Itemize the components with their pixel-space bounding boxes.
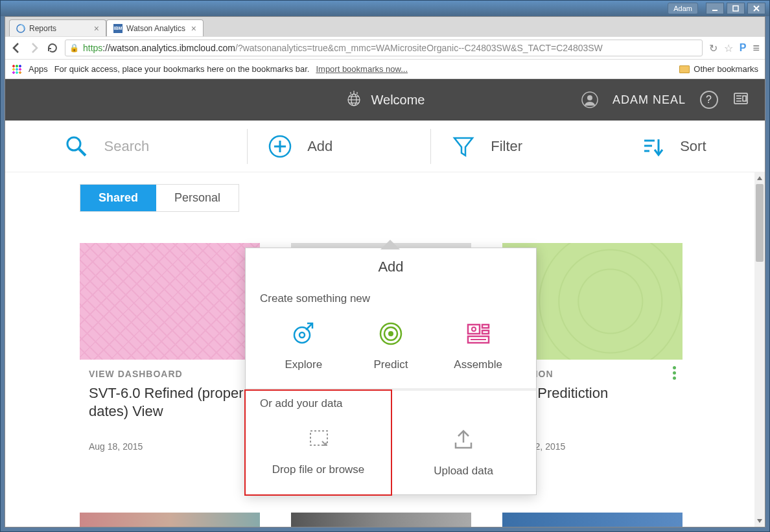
browser-tabstrip: Reports × IBM Watson Analytics × bbox=[5, 17, 765, 36]
import-bookmarks-link[interactable]: Import bookmarks now... bbox=[316, 64, 408, 74]
favicon-ibm: IBM bbox=[113, 24, 122, 33]
popup-section1-title: Create something new bbox=[260, 292, 522, 305]
window-titlebar[interactable]: Adam bbox=[1, 1, 769, 16]
add-action[interactable]: Add bbox=[247, 129, 352, 164]
scroll-down-icon[interactable] bbox=[757, 519, 762, 524]
welcome-text: Welcome bbox=[371, 93, 425, 108]
sort-label: Sort bbox=[680, 138, 706, 155]
url-path: /?watsonanalytics=true&cm_mmc=WAMicrosit… bbox=[235, 43, 603, 53]
predict-option[interactable]: Predict bbox=[352, 319, 430, 371]
svg-point-30 bbox=[299, 332, 305, 338]
browser-menu-icon[interactable]: ≡ bbox=[752, 41, 760, 55]
add-popup: Add Create something new Explore bbox=[245, 248, 537, 495]
os-window: Adam Reports × IBM Watson Analytics × 🔒 bbox=[0, 0, 770, 532]
upload-data-section[interactable]: Upload data bbox=[391, 391, 536, 494]
help-button[interactable]: ? bbox=[700, 91, 718, 109]
lock-icon: 🔒 bbox=[69, 43, 79, 52]
svg-point-20 bbox=[67, 137, 80, 150]
filter-icon bbox=[450, 133, 476, 159]
nav-reload-button[interactable] bbox=[47, 42, 58, 54]
window-close-button[interactable] bbox=[747, 3, 765, 14]
filter-label: Filter bbox=[491, 138, 522, 155]
vertical-scrollbar[interactable] bbox=[754, 172, 765, 527]
apps-grid-icon[interactable] bbox=[12, 64, 22, 75]
window-maximize-button[interactable] bbox=[727, 3, 745, 14]
browser-frame: Reports × IBM Watson Analytics × 🔒 https… bbox=[5, 16, 765, 527]
popup-section2-title: Or add your data bbox=[260, 397, 377, 410]
predict-label: Predict bbox=[374, 358, 408, 371]
plus-circle-icon bbox=[267, 133, 293, 159]
popup-title: Add bbox=[246, 248, 536, 286]
svg-rect-37 bbox=[482, 325, 489, 328]
nav-back-button[interactable] bbox=[10, 42, 22, 54]
browser-navbar: 🔒 https://watson.analytics.ibmcloud.com/… bbox=[5, 36, 765, 60]
explore-icon bbox=[289, 319, 318, 348]
reload-stop-icon[interactable]: ↻ bbox=[709, 42, 718, 54]
os-user-pill[interactable]: Adam bbox=[668, 3, 698, 14]
user-avatar-icon[interactable] bbox=[581, 91, 598, 108]
explore-label: Explore bbox=[285, 358, 323, 371]
scroll-thumb[interactable] bbox=[756, 184, 764, 262]
card-kicker: VIEW DASHBOARD bbox=[89, 369, 251, 379]
other-bookmarks-label: Other bookmarks bbox=[694, 64, 758, 74]
upload-label: Upload data bbox=[434, 465, 493, 478]
bookmark-star-icon[interactable]: ☆ bbox=[724, 42, 733, 54]
assemble-icon bbox=[464, 319, 493, 348]
popup-arrow bbox=[381, 240, 399, 249]
search-action[interactable]: Search bbox=[44, 133, 169, 159]
tab-label: Watson Analytics bbox=[126, 24, 187, 33]
url-input[interactable]: 🔒 https://watson.analytics.ibmcloud.com/… bbox=[65, 40, 703, 56]
tab-close-icon[interactable]: × bbox=[94, 23, 99, 34]
header-username[interactable]: ADAM NEAL bbox=[612, 93, 686, 107]
assemble-option[interactable]: Assemble bbox=[439, 319, 517, 371]
svg-rect-38 bbox=[482, 330, 489, 334]
tab-shared[interactable]: Shared bbox=[80, 185, 156, 211]
upload-icon bbox=[449, 426, 478, 454]
next-row-peek bbox=[80, 513, 682, 527]
card-item[interactable]: VIEW DASHBOARD SVT-6.0 Refined (proper d… bbox=[80, 243, 260, 457]
favicon-reports bbox=[16, 24, 25, 33]
extension-button[interactable]: P bbox=[740, 42, 747, 54]
window-minimize-button[interactable] bbox=[706, 3, 724, 14]
predict-icon bbox=[377, 319, 405, 348]
sort-icon bbox=[640, 133, 666, 159]
filter-action[interactable]: Filter bbox=[430, 129, 542, 164]
card-title: SVT-6.0 Refined (proper dates) View bbox=[89, 384, 251, 422]
svg-point-34 bbox=[388, 331, 393, 336]
tab-close-icon[interactable]: × bbox=[191, 23, 196, 34]
content-tabs: Shared Personal bbox=[80, 184, 239, 212]
drop-file-icon bbox=[304, 424, 332, 453]
add-label: Add bbox=[307, 138, 332, 155]
url-protocol: https bbox=[83, 43, 102, 53]
explore-option[interactable]: Explore bbox=[264, 319, 342, 371]
svg-point-14 bbox=[587, 95, 592, 100]
url-host: ://watson.analytics.ibmcloud.com bbox=[102, 43, 235, 53]
assemble-label: Assemble bbox=[454, 358, 502, 371]
svg-point-36 bbox=[472, 327, 476, 331]
other-bookmarks-button[interactable]: Other bookmarks bbox=[679, 64, 758, 74]
bookmarks-bar: Apps For quick access, place your bookma… bbox=[5, 60, 765, 79]
browser-tab-watson[interactable]: IBM Watson Analytics × bbox=[106, 19, 204, 36]
globe-icon bbox=[345, 90, 362, 110]
sort-action[interactable]: Sort bbox=[620, 133, 725, 159]
tab-personal[interactable]: Personal bbox=[156, 185, 239, 211]
app-viewport: Welcome ADAM NEAL ? bbox=[5, 79, 765, 527]
tab-label: Reports bbox=[29, 24, 90, 33]
action-bar: Search Add Filter bbox=[5, 121, 765, 172]
card-thumbnail bbox=[80, 243, 260, 360]
browser-tab-reports[interactable]: Reports × bbox=[9, 19, 106, 36]
drop-file-label: Drop file or browse bbox=[272, 463, 365, 476]
app-header: Welcome ADAM NEAL ? bbox=[5, 79, 765, 121]
scroll-up-icon[interactable] bbox=[757, 175, 762, 180]
drop-file-section[interactable]: Or add your data Drop file or browse bbox=[244, 389, 392, 496]
svg-rect-19 bbox=[743, 96, 746, 101]
card-menu-icon[interactable] bbox=[673, 366, 676, 380]
search-icon bbox=[64, 133, 89, 159]
svg-line-21 bbox=[79, 149, 86, 156]
apps-label[interactable]: Apps bbox=[29, 64, 48, 74]
svg-line-31 bbox=[306, 323, 312, 330]
svg-point-29 bbox=[294, 327, 310, 343]
nav-forward-button bbox=[29, 42, 40, 54]
news-icon[interactable] bbox=[732, 90, 749, 110]
svg-rect-35 bbox=[468, 325, 480, 334]
